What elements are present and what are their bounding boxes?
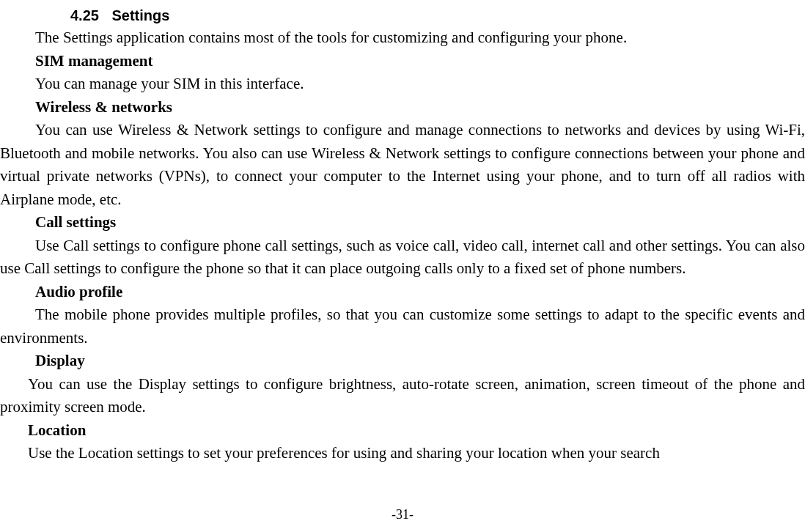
section-number: 4.25 [70, 7, 99, 23]
location-body: Use the Location settings to set your pr… [0, 442, 805, 465]
sim-body: You can manage your SIM in this interfac… [0, 73, 805, 96]
page-number: -31- [0, 505, 805, 525]
section-heading: 4.25 Settings [70, 4, 805, 26]
call-body: Use Call settings to configure phone cal… [0, 234, 805, 281]
sim-heading: SIM management [0, 50, 805, 73]
call-heading: Call settings [0, 211, 805, 234]
page-content: 4.25 Settings The Settings application c… [0, 0, 805, 465]
intro-paragraph: The Settings application contains most o… [0, 26, 805, 50]
wireless-body: You can use Wireless & Network settings … [0, 119, 805, 211]
wireless-heading: Wireless & networks [0, 96, 805, 119]
audio-body: The mobile phone provides multiple profi… [0, 303, 805, 350]
section-title-text: Settings [112, 7, 170, 23]
location-heading: Location [0, 419, 805, 443]
display-body: You can use the Display settings to conf… [0, 373, 805, 419]
audio-heading: Audio profile [0, 281, 805, 304]
display-heading: Display [0, 350, 805, 373]
